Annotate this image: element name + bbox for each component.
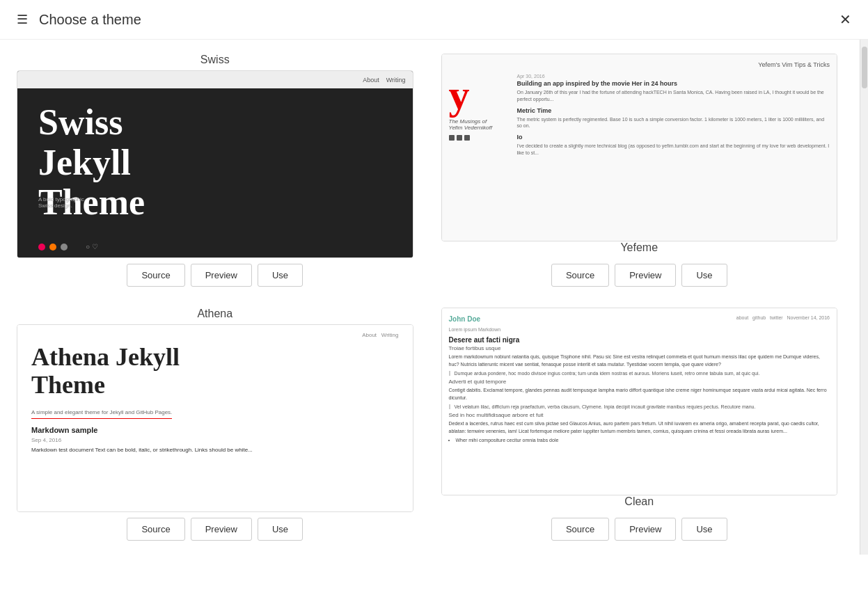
swiss-preview-body: SwissJekyllTheme — [17, 88, 413, 236]
athena-preview: About Writing Athena JekyllTheme A simpl… — [17, 325, 413, 511]
swiss-about-link: About — [363, 77, 379, 84]
page-title: Choose a theme — [39, 12, 141, 28]
clean-post-body-1: Lorem markdownum nobiunt natantia quis, … — [449, 353, 830, 368]
yefeme-subtitle: The Musings ofYefim Vedernikoff — [449, 118, 512, 131]
theme-card-swiss: Swiss About Writing SwissJekyllTheme ○ ♡ — [17, 54, 413, 287]
yefeme-y-letter: y — [449, 74, 512, 116]
swiss-dot-orange — [49, 244, 56, 251]
clean-post-sub-1: Troiae fortibus usque — [449, 345, 830, 351]
hamburger-icon[interactable]: ☰ — [17, 12, 28, 27]
yefeme-left-col: y The Musings ofYefim Vedernikoff — [449, 74, 512, 161]
athena-writing-link: Writing — [381, 332, 399, 338]
scrollbar-track[interactable] — [860, 40, 868, 555]
swiss-circles-right: ○ ♡ — [86, 243, 98, 251]
yefeme-post-excerpt-2: The metric system is perfectly regimente… — [517, 116, 830, 130]
swiss-theme-label: Swiss — [17, 54, 413, 66]
themes-grid: Swiss About Writing SwissJekyllTheme ○ ♡ — [17, 54, 851, 541]
athena-sample-title: Markdown sample — [31, 426, 399, 434]
clean-post-title-1: Desere aut facti nigra — [449, 336, 830, 344]
swiss-use-button[interactable]: Use — [258, 264, 303, 287]
athena-use-button[interactable]: Use — [258, 518, 303, 541]
swiss-source-button[interactable]: Source — [127, 264, 184, 287]
clean-source-button[interactable]: Source — [551, 518, 609, 541]
yefeme-actions: Source Preview Use — [441, 264, 838, 287]
close-icon[interactable]: ✕ — [839, 11, 851, 28]
yefeme-use-button[interactable]: Use — [681, 264, 727, 287]
yefeme-post-excerpt-3: I've decided to create a slightly more t… — [517, 143, 830, 157]
yefeme-theme-label: Yefeme — [441, 241, 838, 254]
yefeme-right-col: Apr 30, 2016 Building an app inspired by… — [517, 74, 830, 161]
clean-preview-lorem: Lorem ipsum Markdown — [449, 327, 830, 332]
yefeme-post-title-1: Building an app inspired by the movie He… — [517, 80, 830, 87]
yefeme-social-dot-3 — [464, 135, 470, 141]
swiss-preview-button[interactable]: Preview — [191, 264, 252, 287]
clean-preview: John Doe about github twitter November 1… — [442, 308, 837, 495]
yefeme-source-button[interactable]: Source — [551, 264, 609, 287]
clean-post-body-2: Contigit dabitis. Exclamat tempore, glan… — [449, 387, 830, 402]
clean-blockquote-1: Dumque ardua pondere, hoc modo divisoe i… — [449, 371, 830, 376]
yefeme-preview: Yefem's Vim Tips & Tricks y The Musings … — [442, 54, 837, 241]
athena-preview-button[interactable]: Preview — [191, 518, 252, 541]
clean-preview-name: John Doe — [449, 315, 481, 323]
swiss-preview-footer: ○ ♡ — [17, 236, 413, 257]
header-left: ☰ Choose a theme — [17, 12, 141, 28]
swiss-actions: Source Preview Use — [17, 264, 413, 287]
athena-about-link: About — [362, 332, 377, 338]
swiss-writing-link: Writing — [386, 77, 406, 84]
yefeme-preview-header: Yefem's Vim Tips & Tricks — [449, 61, 830, 68]
yefeme-post-title-3: Io — [517, 134, 830, 141]
main-content: Swiss About Writing SwissJekyllTheme ○ ♡ — [0, 40, 868, 555]
swiss-dot-github — [61, 244, 68, 251]
yefeme-preview-content: y The Musings ofYefim Vedernikoff Apr 30… — [449, 74, 830, 161]
theme-card-athena: Athena About Writing Athena JekyllTheme … — [17, 308, 413, 541]
yefeme-post-excerpt-1: On January 26th of this year I had the f… — [517, 89, 830, 103]
athena-preview-header: About Writing — [31, 332, 399, 338]
theme-card-yefeme: Yefem's Vim Tips & Tricks y The Musings … — [441, 54, 838, 287]
athena-actions: Source Preview Use — [17, 518, 413, 541]
clean-theme-label: Clean — [441, 495, 838, 508]
athena-preview-container[interactable]: About Writing Athena JekyllTheme A simpl… — [17, 324, 413, 512]
theme-card-clean: John Doe about github twitter November 1… — [441, 308, 838, 541]
clean-actions: Source Preview Use — [441, 518, 838, 541]
athena-tagline: A simple and elegant theme for Jekyll an… — [31, 409, 172, 419]
clean-header-links: about github twitter November 14, 2016 — [736, 315, 830, 323]
yefeme-post-date-1: Apr 30, 2016 — [517, 74, 830, 79]
swiss-preview-container[interactable]: About Writing SwissJekyllTheme ○ ♡ A bol… — [17, 70, 413, 258]
swiss-preview-header: About Writing — [17, 71, 413, 88]
clean-preview-header: John Doe about github twitter November 1… — [449, 315, 830, 323]
athena-source-button[interactable]: Source — [127, 518, 184, 541]
clean-preview-button[interactable]: Preview — [615, 518, 676, 541]
clean-post-sub-3: Sed in hoc multifidisaque arbore et fuit — [449, 412, 830, 418]
swiss-description: A bold typographic,Swiss design. — [38, 196, 86, 209]
athena-sample-date: Sep 4, 2016 — [31, 437, 399, 443]
header: ☰ Choose a theme ✕ — [0, 0, 868, 40]
clean-blockquote-2: Vel velatum lilac, difficlum reja praefa… — [449, 404, 830, 409]
yefeme-preview-button[interactable]: Preview — [615, 264, 676, 287]
swiss-preview-title: SwissJekyllTheme — [38, 102, 392, 222]
clean-list-item: Wher mihi compositure cecitur omnia trab… — [456, 438, 830, 443]
athena-preview-title: Athena JekyllTheme — [31, 344, 399, 399]
yefeme-social-dot-2 — [457, 135, 462, 141]
athena-theme-label: Athena — [17, 308, 413, 320]
clean-use-button[interactable]: Use — [681, 518, 727, 541]
yefeme-post-title-2: Metric Time — [517, 107, 830, 114]
yefeme-social — [449, 135, 512, 141]
yefeme-social-dot-1 — [449, 135, 455, 141]
clean-list: Wher mihi compositure cecitur omnia trab… — [449, 438, 830, 443]
swiss-preview: About Writing SwissJekyllTheme ○ ♡ A bol… — [17, 71, 413, 257]
yefeme-preview-container[interactable]: Yefem's Vim Tips & Tricks y The Musings … — [441, 54, 838, 241]
swiss-dot-red — [38, 244, 45, 251]
clean-post-sub-2: Adverti et quid tempore — [449, 379, 830, 385]
scrollbar-thumb[interactable] — [862, 47, 867, 88]
athena-sample-text: Markdown test document Text can be bold,… — [31, 446, 399, 454]
clean-preview-container[interactable]: John Doe about github twitter November 1… — [441, 308, 838, 495]
clean-post-body-3: Dedext a lacerdes, rutrus haec est cum s… — [449, 420, 830, 435]
